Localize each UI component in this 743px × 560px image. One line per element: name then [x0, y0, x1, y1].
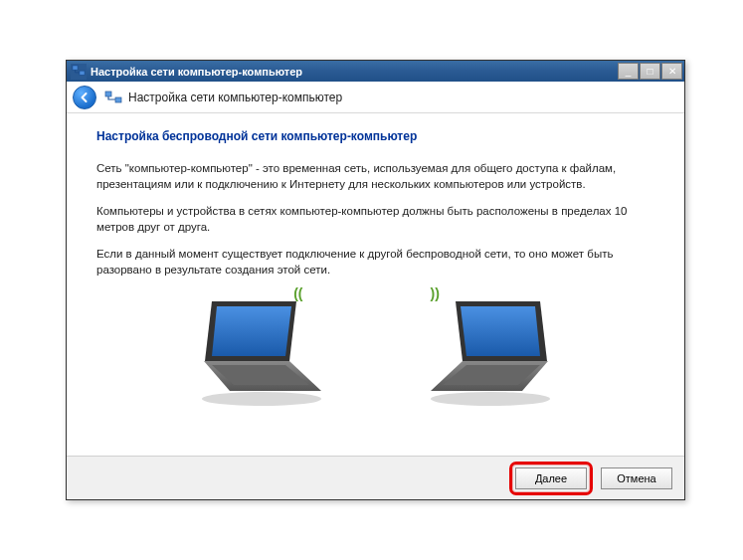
wizard-title: Настройка сети компьютер-компьютер	[128, 91, 342, 104]
back-arrow-icon	[79, 92, 91, 103]
content-area: Настройка беспроводной сети компьютер-ко…	[67, 113, 684, 411]
svg-marker-10	[461, 306, 540, 356]
paragraph-2: Компьютеры и устройства в сетях компьюте…	[96, 204, 654, 235]
maximize-button[interactable]: □	[640, 63, 660, 80]
content-heading: Настройка беспроводной сети компьютер-ко…	[96, 129, 654, 143]
next-button-highlight: Далее	[509, 462, 593, 495]
network-icon	[104, 89, 122, 106]
svg-marker-5	[212, 306, 291, 356]
window-controls: _ □ ✕	[617, 63, 682, 80]
paragraph-3: Если в данный момент существует подключе…	[96, 247, 654, 278]
wizard-window: Настройка сети компьютер-компьютер _ □ ✕…	[66, 60, 685, 500]
back-button[interactable]	[73, 86, 96, 109]
laptop-left: ((	[182, 291, 341, 411]
svg-rect-3	[115, 97, 121, 102]
titlebar: Настройка сети компьютер-компьютер _ □ ✕	[67, 61, 684, 82]
window-title: Настройка сети компьютер-компьютер	[91, 66, 617, 78]
svg-rect-0	[73, 65, 78, 69]
wizard-footer: Далее Отмена	[67, 456, 684, 499]
svg-rect-2	[105, 92, 111, 96]
svg-rect-1	[80, 71, 85, 75]
wifi-signal-icon: ))	[431, 285, 440, 301]
laptop-right: ))	[411, 291, 570, 411]
close-button[interactable]: ✕	[661, 63, 682, 80]
wifi-signal-icon: ((	[293, 285, 302, 301]
svg-point-13	[431, 392, 550, 406]
illustration: ((	[96, 291, 654, 411]
next-button[interactable]: Далее	[515, 467, 587, 489]
cancel-button[interactable]: Отмена	[601, 467, 672, 489]
app-icon	[71, 64, 87, 80]
svg-point-8	[202, 392, 321, 406]
minimize-button[interactable]: _	[618, 63, 639, 80]
wizard-header: Настройка сети компьютер-компьютер	[67, 82, 684, 113]
paragraph-1: Сеть "компьютер-компьютер" - это временн…	[96, 161, 654, 192]
